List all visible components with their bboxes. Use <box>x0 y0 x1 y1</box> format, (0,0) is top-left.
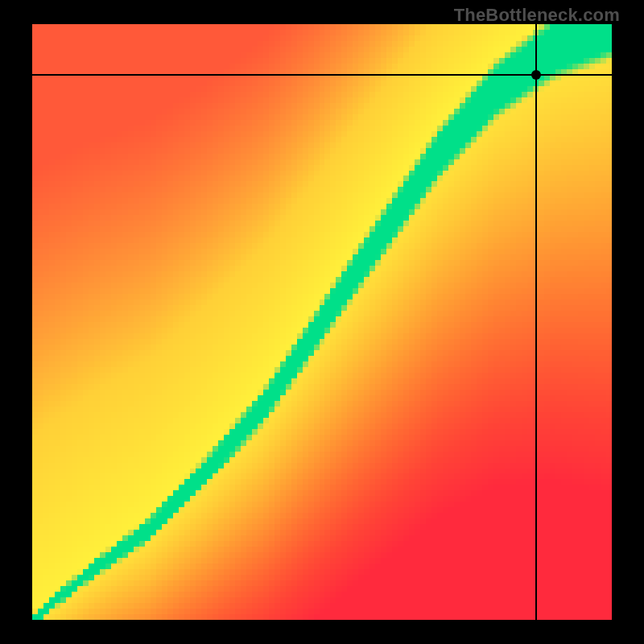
chart-frame: TheBottleneck.com <box>0 0 644 644</box>
crosshair-horizontal <box>32 74 612 76</box>
crosshair-vertical <box>535 24 537 620</box>
watermark-text: TheBottleneck.com <box>454 5 620 26</box>
data-point-marker <box>531 70 541 80</box>
heatmap-plot <box>32 24 612 620</box>
heatmap-canvas <box>32 24 612 620</box>
